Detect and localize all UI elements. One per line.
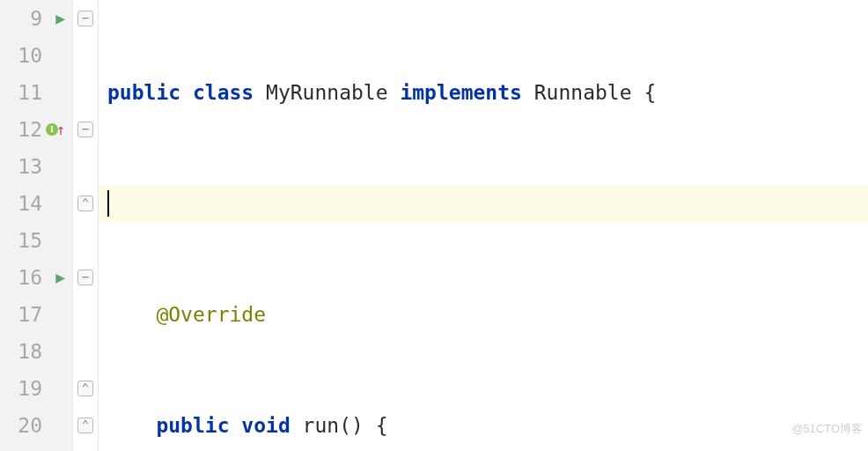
gutter-line[interactable]: 10 — [0, 37, 72, 74]
gutter-line[interactable]: 12I↑ — [0, 111, 72, 148]
keyword: class — [193, 81, 254, 104]
gutter-line[interactable]: 18 — [0, 333, 72, 370]
watermark: @51CTO博客 — [791, 410, 863, 447]
gutter-line[interactable]: 9▶ — [0, 0, 72, 37]
class-name: MyRunnable — [266, 81, 387, 104]
gutter-line[interactable]: 13 — [0, 148, 72, 185]
gutter-line[interactable]: 14 — [0, 185, 72, 222]
fold-open-icon[interactable]: − — [77, 122, 93, 137]
line-number: 17 — [12, 296, 42, 333]
annotation: @Override — [156, 303, 266, 326]
line-number: 15 — [12, 222, 42, 259]
keyword: public — [107, 81, 180, 104]
brace: { — [632, 81, 657, 104]
keyword: void — [241, 414, 290, 437]
line-number: 9 — [12, 0, 42, 37]
fold-close-icon[interactable]: ⌃ — [77, 196, 93, 211]
fold-open-icon[interactable]: − — [77, 11, 93, 26]
code-line-current[interactable] — [99, 185, 868, 222]
keyword: public — [156, 414, 229, 437]
line-number: 10 — [12, 37, 42, 74]
keyword: implements — [400, 81, 521, 104]
code-line[interactable]: @Override — [99, 296, 868, 333]
code-line[interactable]: public void run() { — [99, 407, 868, 444]
line-number: 18 — [12, 333, 42, 370]
params: () — [339, 414, 364, 437]
method-name: run — [303, 414, 340, 437]
fold-close-icon[interactable]: ⌃ — [77, 381, 93, 396]
gutter-line[interactable]: 20 — [0, 407, 72, 444]
gutter-line[interactable]: 11 — [0, 74, 72, 111]
type-name: Runnable — [534, 81, 632, 104]
gutter-line[interactable]: 15 — [0, 222, 72, 259]
line-number: 12 — [12, 111, 42, 148]
override-marker-icon[interactable]: I↑ — [46, 111, 65, 148]
line-number: 19 — [12, 370, 42, 407]
gutter-line[interactable]: 16▶ — [0, 259, 72, 296]
code-area[interactable]: public class MyRunnable implements Runna… — [99, 0, 868, 451]
line-number: 16 — [12, 259, 42, 296]
gutter-line[interactable]: 19 — [0, 370, 72, 407]
line-number: 20 — [12, 407, 42, 444]
gutter-line[interactable]: 17 — [0, 296, 72, 333]
line-number: 14 — [12, 185, 42, 222]
caret — [107, 190, 109, 217]
code-line[interactable]: public class MyRunnable implements Runna… — [99, 74, 868, 111]
fold-column: − − ⌃ − ⌃ ⌃ — [72, 0, 99, 451]
line-number: 11 — [12, 74, 42, 111]
gutter: 9▶ 10 11 12I↑ 13 14 15 16▶ 17 18 19 20 — [0, 0, 72, 451]
code-editor[interactable]: 9▶ 10 11 12I↑ 13 14 15 16▶ 17 18 19 20 −… — [0, 0, 868, 451]
fold-open-icon[interactable]: − — [77, 270, 93, 285]
run-icon[interactable]: ▶ — [48, 0, 65, 37]
fold-close-icon[interactable]: ⌃ — [77, 418, 93, 433]
line-number: 13 — [12, 148, 42, 185]
brace: { — [364, 414, 388, 437]
run-icon[interactable]: ▶ — [48, 259, 65, 296]
